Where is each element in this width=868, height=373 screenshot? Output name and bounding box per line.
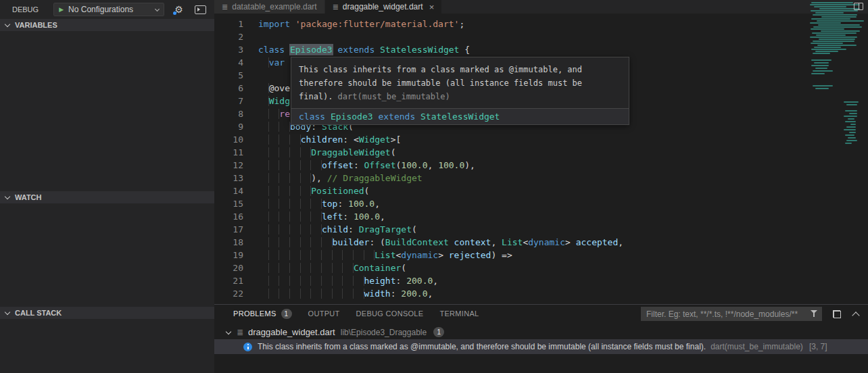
code-token: , [491, 237, 502, 247]
code-token: width [364, 289, 391, 299]
line-content: ), // DraggableWidget [258, 172, 423, 184]
line-number[interactable]: 15 [214, 197, 243, 210]
panel-tab-output[interactable]: OUTPUT [308, 309, 340, 318]
code-line[interactable]: 19 List<dynamic> rejected) => [214, 249, 804, 262]
start-debug-icon[interactable]: ▶ [59, 6, 64, 13]
file-icon: ≣ [333, 3, 339, 11]
minimap-line [817, 45, 857, 46]
code-line[interactable]: 22 width: 200.0, [214, 287, 804, 300]
line-number[interactable]: 20 [214, 262, 243, 274]
code-token: StatelessWidget [420, 111, 500, 122]
filter-input[interactable] [641, 307, 822, 321]
indent-guides [258, 199, 322, 209]
panel-tab-problems[interactable]: PROBLEMS1 [233, 309, 292, 319]
code-line[interactable]: 14 Positioned( [214, 184, 804, 197]
code-line[interactable]: 18 builder: (BuildContext context, List<… [214, 236, 804, 249]
code-line[interactable]: 20 Container( [214, 262, 804, 274]
minimap-line [813, 14, 857, 16]
line-number[interactable]: 22 [214, 287, 243, 300]
code-token: height [364, 276, 396, 286]
code-token: 100.0 [438, 160, 464, 170]
split-editor-icon[interactable] [854, 3, 863, 10]
close-icon[interactable]: × [429, 3, 435, 11]
line-number[interactable]: 10 [214, 133, 243, 146]
code-editor[interactable]: 1import 'package:flutter/material.dart';… [214, 14, 868, 304]
code-token: re [279, 109, 290, 119]
line-number[interactable]: 7 [214, 95, 243, 107]
indent-guides [258, 212, 322, 222]
chevron-down-icon [5, 22, 10, 27]
line-number[interactable]: 8 [214, 107, 243, 120]
line-content: child: DragTarget( [258, 223, 417, 236]
minimap-line [813, 26, 862, 28]
minimap-line [811, 65, 829, 66]
section-header-call-stack[interactable]: CALL STACK [0, 307, 214, 319]
line-number[interactable]: 13 [214, 172, 243, 184]
tab-bar: ≣datatable_example.dart≣draggable_widget… [214, 0, 868, 14]
code-token: StatelessWidget [380, 45, 459, 55]
editor-area: ≣datatable_example.dart≣draggable_widget… [214, 0, 868, 373]
window: DEBUG ▶ No Configurations ⚙ VARIABLESWAT… [0, 0, 868, 373]
line-content: @ove [258, 82, 290, 95]
minimap-line [848, 137, 856, 139]
code-token: rejected [449, 250, 491, 260]
code-line[interactable]: 12 offset: Offset(100.0, 100.0), [214, 159, 804, 172]
code-line[interactable]: 3class Episode3 extends StatelessWidget … [214, 43, 804, 56]
code-token [375, 45, 380, 55]
code-token: : [337, 199, 348, 209]
minimap[interactable] [804, 0, 868, 304]
line-number[interactable]: 16 [214, 210, 243, 223]
problem-row[interactable]: This class inherits from a class marked … [214, 339, 868, 354]
code-line[interactable]: 1import 'package:flutter/material.dart'; [214, 18, 804, 30]
code-line[interactable]: 15 top: 100.0, [214, 197, 804, 210]
code-line[interactable]: 10 children: <Widget>[ [214, 133, 804, 146]
minimap-line [845, 121, 856, 122]
panel-tab-terminal[interactable]: TERMINAL [439, 309, 479, 318]
panel-tab-debug-console[interactable]: DEBUG CONSOLE [356, 309, 424, 318]
code-line[interactable]: 11 DraggableWidget( [214, 146, 804, 159]
code-token: left [322, 212, 343, 222]
line-number[interactable]: 21 [214, 274, 243, 287]
line-number[interactable]: 3 [214, 43, 243, 56]
code-line[interactable]: 17 child: DragTarget( [214, 223, 804, 236]
line-content: builder: (BuildContext context, List<dyn… [258, 236, 623, 249]
tab-draggable_widget.dart[interactable]: ≣draggable_widget.dart× [325, 0, 442, 14]
line-number[interactable]: 12 [214, 159, 243, 172]
line-number[interactable]: 18 [214, 236, 243, 249]
code-token: 200.0 [406, 276, 433, 286]
code-line[interactable]: 2 [214, 30, 804, 43]
code-token: 100.0 [401, 160, 427, 170]
minimap-line [850, 124, 856, 125]
problems-file-path: lib\Episode3_Draggable [341, 328, 427, 337]
line-number[interactable]: 19 [214, 249, 243, 262]
code-line[interactable]: 13 ), // DraggableWidget [214, 172, 804, 184]
tab-datatable_example.dart[interactable]: ≣datatable_example.dart [214, 0, 324, 14]
section-header-watch[interactable]: WATCH [0, 191, 214, 203]
configurations-dropdown[interactable]: ▶ No Configurations [53, 3, 164, 16]
panel-restore-icon[interactable] [833, 310, 841, 318]
code-line[interactable]: 21 height: 200.0, [214, 274, 804, 287]
line-number[interactable]: 1 [214, 18, 243, 30]
panel-maximize-icon[interactable] [852, 312, 859, 319]
code-token: Widg [269, 96, 290, 106]
code-token [415, 111, 420, 122]
line-number[interactable]: 4 [214, 56, 243, 69]
section-header-variables[interactable]: VARIABLES [0, 19, 214, 31]
line-number[interactable]: 17 [214, 223, 243, 236]
code-line[interactable]: 16 left: 100.0, [214, 210, 804, 223]
indent-guides [258, 96, 269, 106]
line-number[interactable]: 5 [214, 69, 243, 82]
line-number[interactable]: 2 [214, 30, 243, 43]
line-number[interactable]: 14 [214, 184, 243, 197]
gear-icon[interactable]: ⚙ [174, 5, 183, 14]
line-number[interactable]: 9 [214, 120, 243, 133]
debug-console-icon[interactable] [195, 5, 206, 14]
code-token: child [322, 224, 348, 234]
problems-file-row[interactable]: ≣ draggable_widget.dart lib\Episode3_Dra… [214, 325, 868, 339]
indent-guides [258, 263, 354, 273]
indent-guides [258, 250, 375, 260]
line-number[interactable]: 6 [214, 82, 243, 95]
code-token: , [427, 289, 433, 299]
line-number[interactable]: 11 [214, 146, 243, 159]
line-content: class Episode3 extends StatelessWidget { [258, 43, 470, 56]
